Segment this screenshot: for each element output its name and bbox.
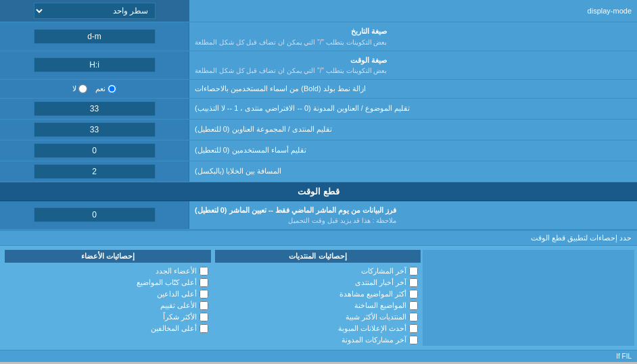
bold-remove-label: ازالة نمط بولد (Bold) من اسماء المستخدمي… [189,80,637,98]
stats-col1-check-3[interactable] [409,301,418,310]
stats-col1-check-1[interactable] [409,278,418,287]
bold-no-text: لا [72,84,76,93]
bold-yes-radio[interactable] [108,84,116,93]
forum-title-label: تقليم المنتدى / المجموعة العناوين (0 للت… [189,120,637,140]
cell-spacing-control [0,161,189,182]
stats-col1-item-3: المواضيع الساخنة [215,300,421,311]
stats-col1-text-0: آخر المشاركات [361,267,406,276]
stats-col1-check-4[interactable] [409,313,418,321]
stats-col2-check-0[interactable] [199,267,208,276]
stats-col1-item-6: آخر مشاركات المدونة [215,334,421,346]
time-format-control [0,51,189,80]
stats-col2-item-0: الأعضاء الجدد [5,265,211,277]
stats-right-area [423,250,634,346]
stats-col2-check-1[interactable] [199,278,208,287]
stats-col1-check-0[interactable] [409,267,418,276]
stats-col2: إحصائيات الأعضاء الأعضاء الجدد أعلى كتّا… [5,250,211,346]
date-format-label: صيغة التاريخ بعض التكوينات يتطلب "/" الت… [189,22,637,51]
date-format-input[interactable] [34,29,156,44]
username-trim-control [0,140,189,161]
stats-col1-text-5: أحدث الإعلانات المبوبة [338,324,406,333]
date-format-subtitle: بعض التكوينات يتطلب "/" التي يمكن ان تضا… [195,37,387,47]
stats-col2-item-3: الأعلى تقييم [5,300,211,311]
realtime-section-header: قطع الوقت [0,182,637,201]
stats-col2-check-2[interactable] [199,290,208,298]
stats-col2-item-5: أعلى المخالفين [5,323,211,334]
realtime-filter-control [0,201,189,230]
date-format-control [0,22,189,51]
stats-col1-item-4: المنتديات الأكثر شبية [215,311,421,323]
stats-col2-check-5[interactable] [199,324,208,333]
bold-yes-text: نعم [95,84,105,93]
stats-col1-item-1: آخر أخبار المنتدى [215,277,421,288]
stats-col1: إحصائيات المنتديات آخر المشاركات آخر أخب… [215,250,421,346]
topic-title-label: تقليم الموضوع / العناوين المدونة (0 -- ا… [189,99,637,119]
stats-col2-item-2: أعلى الداعين [5,288,211,300]
display-label: display-mode [189,3,637,18]
realtime-filter-title: فرز البيانات من يوم الماشر الماضي فقط --… [195,205,396,216]
stats-col2-item-1: أعلى كتّاب المواضيع [5,277,211,288]
topic-title-control [0,99,189,119]
stats-col1-text-3: المواضيع الساخنة [354,301,406,310]
stats-col2-text-4: الأكثر شكراً [163,313,197,321]
time-format-label: صيغة الوقت بعض التكوينات يتطلب "/" التي … [189,51,637,80]
topic-title-input[interactable] [34,101,156,116]
bold-radio-group: نعم لا [72,84,116,93]
stats-col1-check-5[interactable] [409,324,418,333]
stats-col1-text-6: آخر مشاركات المدونة [341,336,406,344]
stats-col2-text-0: الأعضاء الجدد [156,267,197,276]
bold-no-radio[interactable] [78,84,87,93]
username-trim-input[interactable] [34,143,156,158]
stats-col2-text-2: أعلى الداعين [157,290,197,298]
cell-spacing-label: المسافة بين الخلايا (بالبكسل) [189,161,637,182]
time-format-input[interactable] [34,57,156,72]
realtime-filter-input[interactable] [34,207,156,222]
username-trim-label: تقليم أسماء المستخدمين (0 للتعطيل) [189,140,637,161]
stats-col2-item-4: الأكثر شكراً [5,311,211,323]
display-mode-control: سطر واحد [0,0,189,22]
stats-col1-item-0: آخر المشاركات [215,265,421,277]
stats-col1-check-2[interactable] [409,290,418,298]
stats-apply-label: حدد إحصاءات لتطبيق قطع الوقت [5,234,632,242]
stats-col2-check-3[interactable] [199,301,208,310]
stats-section: حدد إحصاءات لتطبيق قطع الوقت إحصائيات ال… [0,230,637,362]
forum-title-input[interactable] [34,122,156,137]
time-format-subtitle: بعض التكوينات يتطلب "/" التي يمكن ان تضا… [195,66,387,76]
stats-col2-header: إحصائيات الأعضاء [5,250,211,263]
stats-col2-text-1: أعلى كتّاب المواضيع [137,278,197,287]
stats-col1-item-5: أحدث الإعلانات المبوبة [215,323,421,334]
bold-remove-control: نعم لا [0,80,189,98]
realtime-filter-subtitle: ملاحظة : هذا قد يزيد قبل وقت التحميل [195,215,396,226]
stats-col2-text-5: أعلى المخالفين [151,324,197,333]
date-format-title: صيغة التاريخ [195,26,387,37]
bold-yes-label[interactable]: نعم [95,84,116,93]
cell-spacing-input[interactable] [34,164,156,179]
stats-col1-text-2: أكثر المواضيع مشاهدة [339,290,406,298]
forum-title-control [0,120,189,140]
time-format-title: صيغة الوقت [195,55,387,66]
stats-col1-text-4: المنتديات الأكثر شبية [346,313,406,321]
stats-col2-check-4[interactable] [199,313,208,321]
realtime-filter-label: فرز البيانات من يوم الماشر الماضي فقط --… [189,201,637,230]
stats-col1-item-2: أكثر المواضيع مشاهدة [215,288,421,300]
stats-col2-text-3: الأعلى تقييم [160,301,197,310]
bold-no-label[interactable]: لا [72,84,87,93]
stats-col1-check-6[interactable] [409,336,418,344]
bottom-note: If FIL [0,350,637,362]
stats-col1-header: إحصائيات المنتديات [215,250,421,263]
stats-col1-text-1: آخر أخبار المنتدى [355,278,406,287]
display-mode-select[interactable]: سطر واحد [34,3,156,19]
